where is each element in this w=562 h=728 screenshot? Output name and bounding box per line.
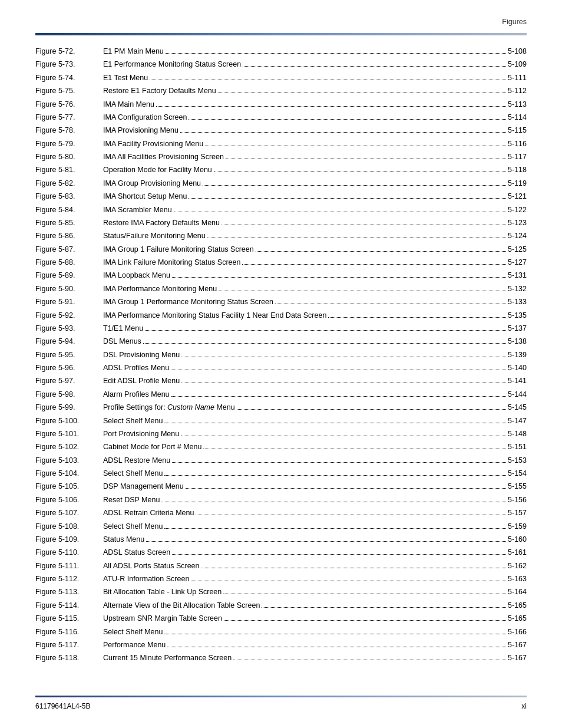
- figure-number: Figure 5-96.: [35, 363, 103, 374]
- list-item: Figure 5-94.DSL Menus5-138: [35, 336, 527, 347]
- figure-dots: [242, 264, 506, 265]
- figure-title: IMA Group 1 Performance Monitoring Statu…: [103, 297, 273, 308]
- figure-title: IMA Performance Monitoring Status Facili…: [103, 310, 326, 321]
- figure-title: Select Shelf Menu: [103, 627, 163, 638]
- figure-dots: [181, 436, 506, 436]
- figure-title: T1/E1 Menu: [103, 323, 143, 334]
- list-item: Figure 5-90.IMA Performance Monitoring M…: [35, 284, 527, 295]
- figure-number: Figure 5-111.: [35, 561, 103, 572]
- figure-title: IMA Shortcut Setup Menu: [103, 191, 187, 202]
- list-item: Figure 5-107.ADSL Retrain Criteria Menu5…: [35, 508, 527, 519]
- figure-label: ADSL Restore Menu5-153: [103, 455, 527, 466]
- figure-label: Status/Failure Monitoring Menu5-124: [103, 230, 527, 242]
- header-title: Figures: [502, 18, 527, 26]
- figure-page: 5-165: [508, 600, 527, 611]
- figure-number: Figure 5-103.: [35, 455, 103, 466]
- figure-label: IMA Performance Monitoring Menu5-132: [103, 284, 527, 295]
- figure-number: Figure 5-88.: [35, 257, 103, 268]
- figure-label: Profile Settings for: Custom Name Menu5-…: [103, 402, 527, 413]
- figure-label: Restore IMA Factory Defaults Menu5-123: [103, 218, 527, 229]
- figure-label: Operation Mode for Facility Menu5-118: [103, 164, 527, 176]
- figure-dots: [205, 146, 506, 146]
- figure-title: Restore E1 Factory Defaults Menu: [103, 85, 216, 97]
- figure-dots: [219, 291, 506, 291]
- figure-dots: [203, 449, 506, 449]
- bottom-bar: 61179641AL4-5B xi: [35, 696, 527, 710]
- figure-number: Figure 5-118.: [35, 653, 103, 664]
- figure-label: Edit ADSL Profile Menu5-141: [103, 375, 527, 387]
- figure-dots: [256, 251, 506, 252]
- figure-dots: [164, 475, 506, 476]
- figure-page: 5-154: [508, 468, 527, 479]
- figure-label: IMA Group 1 Failure Monitoring Status Sc…: [103, 244, 527, 255]
- figure-label: Alternate View of the Bit Allocation Tab…: [103, 600, 527, 611]
- list-item: Figure 5-91.IMA Group 1 Performance Moni…: [35, 297, 527, 308]
- list-item: Figure 5-118.Current 15 Minute Performan…: [35, 653, 527, 664]
- figure-label: E1 Performance Monitoring Status Screen5…: [103, 59, 527, 70]
- figure-label: T1/E1 Menu5-137: [103, 323, 527, 334]
- figure-title: IMA Provisioning Menu: [103, 125, 178, 136]
- figure-label: Current 15 Minute Performance Screen5-16…: [103, 653, 527, 664]
- list-item: Figure 5-113.Bit Allocation Table - Link…: [35, 587, 527, 598]
- figure-page: 5-119: [508, 178, 527, 189]
- figure-label: IMA Main Menu5-113: [103, 99, 527, 110]
- figure-dots: [196, 515, 506, 515]
- figure-page: 5-153: [508, 455, 527, 466]
- figure-page: 5-144: [508, 389, 527, 400]
- page-footer: 61179641AL4-5B xi: [35, 702, 527, 710]
- list-item: Figure 5-106.Reset DSP Menu5-156: [35, 495, 527, 506]
- figure-label: Performance Menu5-167: [103, 640, 527, 651]
- figure-title: Performance Menu: [103, 640, 166, 651]
- figure-page: 5-161: [508, 547, 527, 558]
- figure-title: ADSL Retrain Criteria Menu: [103, 508, 194, 519]
- figure-dots: [156, 106, 506, 107]
- figure-dots: [243, 66, 506, 67]
- figure-title: ADSL Restore Menu: [103, 455, 170, 466]
- figure-page: 5-108: [508, 46, 527, 57]
- figure-dots: [207, 238, 506, 238]
- figure-dots: [171, 370, 506, 370]
- figure-page: 5-135: [508, 310, 527, 321]
- list-item: Figure 5-111.All ADSL Ports Status Scree…: [35, 561, 527, 572]
- figure-number: Figure 5-113.: [35, 587, 103, 598]
- figure-dots: [218, 93, 506, 93]
- figure-label: ATU-R Information Screen5-163: [103, 574, 527, 585]
- figure-number: Figure 5-102.: [35, 442, 103, 453]
- top-rule: [35, 33, 527, 35]
- figure-dots: [237, 409, 506, 410]
- figure-number: Figure 5-82.: [35, 178, 103, 189]
- figure-title: Select Shelf Menu: [103, 468, 163, 479]
- list-item: Figure 5-103.ADSL Restore Menu5-153: [35, 455, 527, 466]
- figure-title: All ADSL Ports Status Screen: [103, 561, 200, 572]
- figure-title: Current 15 Minute Performance Screen: [103, 653, 232, 664]
- figure-number: Figure 5-73.: [35, 59, 103, 70]
- figure-page: 5-160: [508, 534, 527, 545]
- figure-number: Figure 5-112.: [35, 574, 103, 585]
- list-item: Figure 5-99.Profile Settings for: Custom…: [35, 402, 527, 413]
- figure-dots: [171, 396, 506, 397]
- figure-label: IMA Provisioning Menu5-115: [103, 125, 527, 136]
- figure-number: Figure 5-78.: [35, 125, 103, 136]
- figure-title: IMA Main Menu: [103, 99, 154, 110]
- figure-label: IMA Link Failure Monitoring Status Scree…: [103, 257, 527, 268]
- list-item: Figure 5-82.IMA Group Provisioning Menu5…: [35, 178, 527, 189]
- list-item: Figure 5-84.IMA Scrambler Menu5-122: [35, 205, 527, 216]
- bottom-rule: [35, 696, 527, 697]
- figure-page: 5-141: [508, 375, 527, 387]
- figure-number: Figure 5-87.: [35, 244, 103, 255]
- figure-page: 5-162: [508, 561, 527, 572]
- figure-number: Figure 5-100.: [35, 416, 103, 427]
- figure-page: 5-140: [508, 363, 527, 374]
- figure-title: Status/Failure Monitoring Menu: [103, 230, 206, 242]
- figure-number: Figure 5-104.: [35, 468, 103, 479]
- figure-dots: [146, 541, 506, 542]
- list-item: Figure 5-112.ATU-R Information Screen5-1…: [35, 574, 527, 585]
- figure-number: Figure 5-114.: [35, 600, 103, 611]
- figure-dots: [150, 80, 506, 80]
- figure-label: IMA Shortcut Setup Menu5-121: [103, 191, 527, 202]
- figure-number: Figure 5-105.: [35, 481, 103, 492]
- figure-dots: [201, 568, 507, 568]
- list-item: Figure 5-79.IMA Facility Provisioning Me…: [35, 139, 527, 150]
- figure-number: Figure 5-91.: [35, 297, 103, 308]
- figure-page: 5-127: [508, 257, 527, 268]
